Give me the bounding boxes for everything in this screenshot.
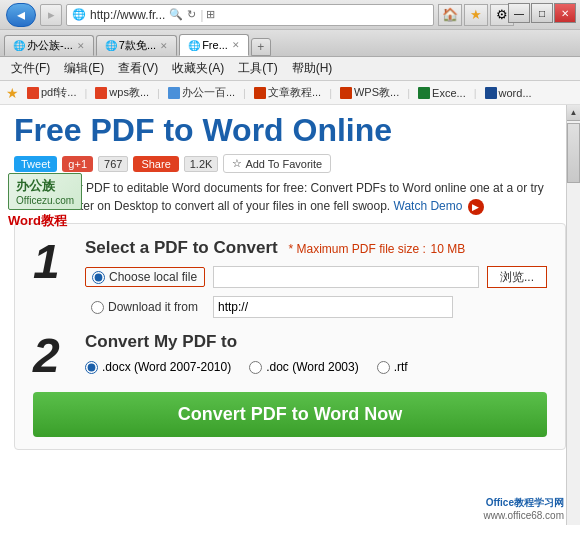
scrollbar[interactable]: ▲ [566,105,580,525]
demo-play-icon[interactable]: ▶ [468,199,484,215]
tab-7ways-close[interactable]: ✕ [160,41,168,51]
menu-bar: 文件(F) 编辑(E) 查看(V) 收藏夹(A) 工具(T) 帮助(H) [0,57,580,81]
bookmark-excel-label: Exce... [432,87,466,99]
file-path-input[interactable] [213,266,479,288]
bookmark-word[interactable]: word... [481,86,536,100]
doc-radio[interactable] [249,361,262,374]
download-label: Download it from [108,300,198,314]
home-button[interactable]: 🏠 [438,4,462,26]
bookmark-wps-icon [95,87,107,99]
step2-container: 2 Convert My PDF to .docx (Word 2007-201… [33,332,547,380]
format-options: .docx (Word 2007-2010) .doc (Word 2003) … [85,360,547,374]
address-text: http://www.fr... [90,8,165,22]
minimize-button[interactable]: — [508,3,530,23]
tab-free-close[interactable]: ✕ [232,40,240,50]
bookmark-pdf[interactable]: pdf转... [23,84,80,101]
docx-radio[interactable] [85,361,98,374]
bookmark-wps[interactable]: wps教... [91,84,153,101]
nav-sep: | [200,7,203,22]
gplus-count: 767 [98,156,128,172]
browse-button[interactable]: 浏览... [487,266,547,288]
forward-button[interactable]: ▸ [40,4,62,26]
tab-free-icon: 🌐 [188,40,200,51]
bookmark-excel[interactable]: Exce... [414,86,470,100]
tab-bar: 🌐 办公族-... ✕ 🌐 7款免... ✕ 🌐 Fre... ✕ + [0,30,580,57]
bottom-watermark: Office教程学习网 www.office68.com [484,496,564,521]
bm-sep6: | [474,87,477,99]
tab-free-label: Fre... [202,39,228,51]
bottom-watermark-url: www.office68.com [484,510,564,521]
format-docx[interactable]: .docx (Word 2007-2010) [85,360,231,374]
step1-container: 1 Select a PDF to Convert * Maximum PDF … [33,238,547,318]
local-file-row: Choose local file 浏览... [85,266,547,288]
rtf-radio[interactable] [377,361,390,374]
description-text: Convert your PDF to editable Word docume… [14,179,554,215]
close-button[interactable]: ✕ [554,3,576,23]
form-area: 1 Select a PDF to Convert * Maximum PDF … [14,223,566,450]
tab-7ways[interactable]: 🌐 7款免... ✕ [96,35,177,56]
share-count: 1.2K [184,156,219,172]
back-button[interactable]: ◂ [6,3,36,27]
convert-button[interactable]: Convert PDF to Word Now [33,392,547,437]
menu-tools[interactable]: 工具(T) [235,59,280,78]
refresh-btn[interactable]: ↻ [185,8,198,21]
bookmark-office100[interactable]: 办公一百... [164,84,239,101]
step1-content: Select a PDF to Convert * Maximum PDF fi… [85,238,547,318]
step1-title: Select a PDF to Convert * Maximum PDF fi… [85,238,547,258]
tab-free[interactable]: 🌐 Fre... ✕ [179,34,249,56]
tweet-button[interactable]: Tweet [14,156,57,172]
tab-office[interactable]: 🌐 办公族-... ✕ [4,35,94,56]
tab-office-icon: 🌐 [13,40,25,51]
max-size-label: * Maximum PDF file size : [288,242,425,256]
menu-edit[interactable]: 编辑(E) [61,59,107,78]
tab-7ways-icon: 🌐 [105,40,117,51]
window-controls: — □ ✕ [508,3,576,23]
share-button[interactable]: Share [133,156,178,172]
maximize-button[interactable]: □ [531,3,553,23]
local-radio-label[interactable]: Choose local file [85,267,205,287]
bookmark-word-icon [485,87,497,99]
menu-file[interactable]: 文件(F) [8,59,53,78]
docx-label: .docx (Word 2007-2010) [102,360,231,374]
favorite-star-icon: ☆ [232,157,242,170]
url-radio[interactable] [91,301,104,314]
bookmark-wps-label: wps教... [109,85,149,100]
bookmark-wpsteach-icon [340,87,352,99]
menu-favorites[interactable]: 收藏夹(A) [169,59,227,78]
search-icon: 🔍 [169,8,183,21]
menu-view[interactable]: 查看(V) [115,59,161,78]
bookmark-article[interactable]: 文章教程... [250,84,325,101]
favorites-button[interactable]: ★ [464,4,488,26]
compat-btn[interactable]: ⊞ [206,8,215,21]
bm-sep5: | [407,87,410,99]
new-tab-button[interactable]: + [251,38,271,56]
step2-number: 2 [33,332,71,380]
bookmark-wpsteach-label: WPS教... [354,85,399,100]
menu-help[interactable]: 帮助(H) [289,59,336,78]
format-doc[interactable]: .doc (Word 2003) [249,360,359,374]
url-input[interactable] [213,296,453,318]
download-radio-label[interactable]: Download it from [85,298,205,316]
bm-sep3: | [243,87,246,99]
gplus-button[interactable]: g+1 [62,156,93,172]
watch-demo-link[interactable]: Watch Demo [394,199,463,213]
local-radio[interactable] [92,271,105,284]
bm-sep2: | [157,87,160,99]
rtf-label: .rtf [394,360,408,374]
format-rtf[interactable]: .rtf [377,360,408,374]
address-bar[interactable]: 🌐 http://www.fr... 🔍 ↻ | ⊞ [66,4,434,26]
bookmark-article-icon [254,87,266,99]
step2-content: Convert My PDF to .docx (Word 2007-2010)… [85,332,547,374]
bookmark-wpsteach[interactable]: WPS教... [336,84,403,101]
bookmark-pdf-icon [27,87,39,99]
scroll-up-arrow[interactable]: ▲ [567,105,580,121]
bookmark-excel-icon [418,87,430,99]
favorite-button[interactable]: ☆ Add To Favorite [223,154,331,173]
favorite-label: Add To Favorite [245,158,322,170]
scroll-thumb[interactable] [567,123,580,183]
step1-number: 1 [33,238,71,286]
page-title: Free PDF to Word Online [14,113,566,148]
tab-office-close[interactable]: ✕ [77,41,85,51]
local-label: Choose local file [109,270,197,284]
address-bar-icon: 🌐 [72,8,86,21]
